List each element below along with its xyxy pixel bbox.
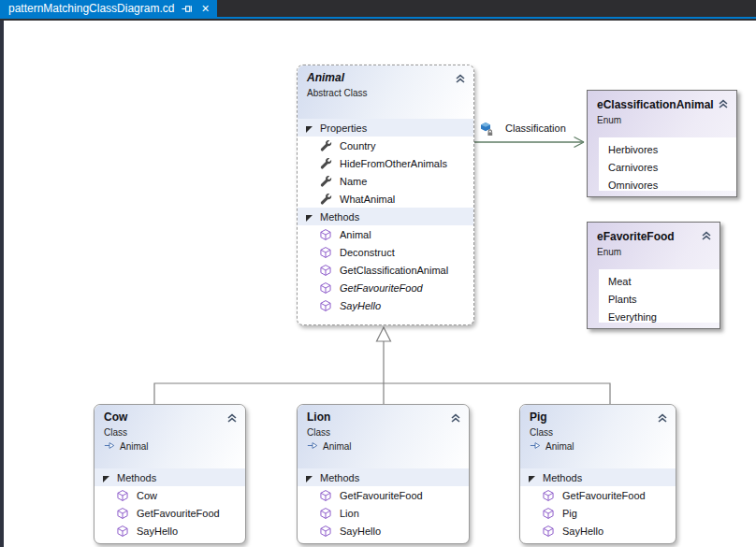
- member-row[interactable]: Country: [298, 137, 473, 154]
- member-label: SayHello: [340, 300, 381, 311]
- inheritance-arrow-icon: [307, 441, 318, 452]
- tab-patternmatchingclassdiagram[interactable]: patternMatchingClassDiagram.cd ×: [0, 0, 217, 17]
- member-row[interactable]: SayHello: [520, 522, 676, 540]
- member-row[interactable]: GetClassificationAnimal: [298, 261, 473, 279]
- enum-value-row[interactable]: Everything: [599, 308, 720, 325]
- association-line: [474, 137, 584, 148]
- member-label: GetClassificationAnimal: [340, 265, 448, 276]
- member-row[interactable]: SayHello: [298, 522, 469, 540]
- enum-value-row[interactable]: Plants: [599, 290, 720, 308]
- class-node-lion[interactable]: Lion Class Animal Methods GetFavouriteFo…: [297, 404, 470, 544]
- compartment-label: Methods: [320, 211, 359, 223]
- pin-icon[interactable]: [181, 3, 193, 15]
- class-header: Pig Class Animal: [520, 405, 676, 468]
- member-row[interactable]: HideFromOtherAnimals: [298, 154, 473, 172]
- member-label: GetFavouriteFood: [562, 490, 646, 501]
- enum-value-row[interactable]: Meat: [599, 272, 720, 290]
- property-icon: [319, 175, 332, 188]
- member-label: Deconstruct: [340, 247, 395, 258]
- class-node-animal[interactable]: Animal Abstract Class Properties Country…: [297, 65, 474, 325]
- association-property-icon[interactable]: [479, 121, 495, 137]
- class-title: Pig: [530, 410, 666, 424]
- enum-value-row[interactable]: Carnivores: [599, 158, 736, 176]
- enum-title: eClassificationAnimal: [597, 98, 727, 111]
- member-row[interactable]: GetFavouriteFood: [298, 279, 473, 296]
- collapse-chevron-icon[interactable]: [450, 410, 461, 427]
- collapse-chevron-icon[interactable]: [718, 96, 729, 113]
- class-kind: Class: [307, 427, 459, 438]
- method-icon: [542, 525, 555, 538]
- method-icon: [319, 246, 332, 259]
- member-label: SayHello: [137, 525, 178, 537]
- collapse-chevron-icon[interactable]: [701, 228, 712, 245]
- method-icon: [319, 525, 332, 538]
- base-type-row: Animal: [530, 441, 666, 452]
- member-row[interactable]: Animal: [298, 225, 473, 243]
- member-row[interactable]: WhatAnimal: [298, 190, 473, 208]
- compartment-label: Methods: [320, 472, 359, 483]
- method-icon: [116, 525, 129, 538]
- class-title: Animal: [307, 71, 464, 84]
- association-label[interactable]: Classification: [503, 122, 568, 134]
- property-icon: [319, 157, 332, 170]
- member-label: Lion: [340, 508, 359, 519]
- enum-value-row[interactable]: Herbivores: [599, 140, 736, 158]
- member-row[interactable]: GetFavouriteFood: [94, 504, 245, 522]
- tab-strip: patternMatchingClassDiagram.cd ×: [0, 0, 756, 19]
- member-row[interactable]: GetFavouriteFood: [298, 486, 469, 504]
- method-icon: [319, 489, 332, 502]
- base-type-label: Animal: [545, 441, 574, 452]
- collapse-chevron-icon[interactable]: [226, 410, 238, 427]
- member-label: Name: [340, 176, 367, 187]
- member-row[interactable]: Cow: [94, 486, 245, 504]
- member-row[interactable]: SayHello: [298, 296, 473, 314]
- collapse-chevron-icon[interactable]: [657, 410, 668, 427]
- member-row[interactable]: Pig: [520, 504, 676, 522]
- enum-value-row[interactable]: Omnivores: [599, 176, 736, 194]
- compartment-properties[interactable]: Properties: [298, 119, 473, 137]
- compartment-label: Methods: [543, 472, 582, 483]
- member-row[interactable]: Name: [298, 172, 473, 190]
- member-row[interactable]: GetFavouriteFood: [520, 486, 676, 504]
- enum-header: eClassificationAnimal Enum: [588, 91, 736, 125]
- method-icon: [319, 228, 332, 241]
- compartment-methods[interactable]: Methods: [298, 208, 473, 225]
- method-icon: [542, 507, 555, 520]
- class-header: Animal Abstract Class: [298, 65, 473, 119]
- member-label: Pig: [562, 508, 577, 519]
- class-node-pig[interactable]: Pig Class Animal Methods GetFavouriteFoo…: [519, 404, 676, 544]
- method-icon: [319, 264, 332, 277]
- class-node-cow[interactable]: Cow Class Animal Methods Cow GetFavourit…: [94, 404, 246, 544]
- compartment-methods[interactable]: Methods: [298, 468, 469, 486]
- base-type-label: Animal: [323, 441, 352, 452]
- close-icon[interactable]: ×: [201, 2, 209, 15]
- member-row[interactable]: SayHello: [94, 522, 245, 540]
- compartment-methods[interactable]: Methods: [520, 468, 676, 486]
- method-icon: [116, 507, 129, 520]
- expander-icon[interactable]: [306, 476, 313, 482]
- class-kind: Class: [104, 427, 236, 438]
- base-type-row: Animal: [104, 441, 236, 452]
- enum-kind: Enum: [597, 247, 710, 257]
- expander-icon[interactable]: [529, 476, 535, 482]
- method-icon: [116, 489, 129, 502]
- member-row[interactable]: Lion: [298, 504, 469, 522]
- expander-icon[interactable]: [306, 126, 313, 133]
- collapse-chevron-icon[interactable]: [455, 71, 466, 88]
- class-title: Lion: [307, 410, 459, 424]
- enum-node-efavoritefood[interactable]: eFavoriteFood Enum Meat Plants Everythin…: [587, 222, 720, 329]
- enum-node-eclassificationanimal[interactable]: eClassificationAnimal Enum Herbivores Ca…: [587, 90, 737, 197]
- enum-values-panel: Herbivores Carnivores Omnivores: [599, 137, 736, 191]
- expander-icon[interactable]: [306, 215, 313, 222]
- member-label: SayHello: [562, 525, 603, 537]
- member-label: Animal: [340, 229, 371, 240]
- method-icon: [319, 299, 332, 312]
- class-header: Lion Class Animal: [298, 405, 469, 468]
- member-row[interactable]: Deconstruct: [298, 243, 473, 261]
- expander-icon[interactable]: [103, 476, 109, 482]
- method-icon: [319, 507, 332, 520]
- member-label: GetFavouriteFood: [137, 508, 220, 519]
- tab-title: patternMatchingClassDiagram.cd: [8, 2, 174, 15]
- class-kind: Class: [530, 427, 666, 438]
- compartment-methods[interactable]: Methods: [94, 468, 245, 486]
